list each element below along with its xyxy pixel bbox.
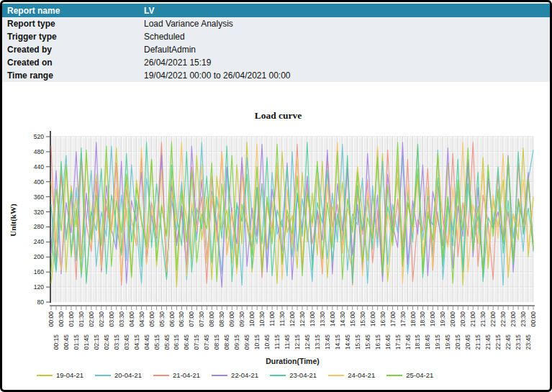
trigger-type-label: Trigger type	[2, 32, 144, 42]
created-by-value: DefaultAdmin	[144, 45, 550, 55]
svg-text:06:15: 06:15	[173, 334, 180, 350]
svg-text:23:30: 23:30	[520, 311, 527, 327]
table-row: Report type Load Variance Analysis	[2, 17, 550, 30]
svg-text:08:15: 08:15	[213, 334, 220, 350]
chart-plot-area: 8012016020024028032036040044048052000:00…	[2, 113, 552, 380]
svg-text:01:30: 01:30	[78, 311, 85, 327]
svg-text:02:00: 02:00	[88, 311, 95, 327]
svg-text:19:45: 19:45	[444, 334, 451, 350]
svg-text:09:30: 09:30	[238, 311, 245, 327]
svg-text:09:15: 09:15	[233, 334, 240, 350]
legend-label: 21-04-21	[173, 371, 200, 379]
legend-item-25-04-21: 25-04-21	[386, 371, 433, 379]
svg-text:01:15: 01:15	[73, 334, 80, 350]
svg-text:19:00: 19:00	[429, 311, 436, 327]
svg-text:20:45: 20:45	[464, 334, 471, 350]
svg-text:09:45: 09:45	[243, 334, 250, 350]
svg-text:17:30: 17:30	[399, 311, 407, 327]
svg-text:07:15: 07:15	[193, 334, 200, 350]
svg-text:19:30: 19:30	[439, 311, 446, 327]
svg-text:23:45: 23:45	[525, 334, 532, 350]
svg-text:01:00: 01:00	[68, 311, 75, 327]
svg-text:15:30: 15:30	[359, 311, 366, 327]
svg-text:09:00: 09:00	[228, 311, 235, 327]
svg-text:11:00: 11:00	[268, 311, 276, 327]
time-range-value: 19/04/2021 00:00 to 26/04/2021 00:00	[144, 70, 550, 81]
table-row: Created on 26/04/2021 15:19	[2, 56, 550, 69]
table-row: Trigger type Scheduled	[2, 30, 550, 43]
svg-text:12:30: 12:30	[299, 311, 306, 327]
svg-text:06:00: 06:00	[168, 311, 176, 327]
svg-text:21:45: 21:45	[484, 334, 492, 350]
svg-text:22:30: 22:30	[499, 311, 507, 327]
legend-swatch	[95, 375, 111, 376]
svg-text:23:15: 23:15	[515, 334, 522, 350]
svg-text:18:30: 18:30	[419, 311, 426, 327]
svg-text:12:45: 12:45	[304, 334, 311, 350]
legend-item-19-04-21: 19-04-21	[37, 371, 83, 379]
svg-text:05:45: 05:45	[163, 334, 171, 350]
svg-text:15:00: 15:00	[349, 311, 356, 327]
svg-text:12:15: 12:15	[294, 334, 301, 350]
svg-text:16:00: 16:00	[369, 311, 376, 327]
x-axis-label: Duration(Time)	[31, 357, 552, 365]
svg-text:05:00: 05:00	[148, 311, 155, 327]
svg-text:11:15: 11:15	[273, 334, 281, 350]
svg-text:10:15: 10:15	[253, 334, 261, 350]
legend-label: 19-04-21	[56, 371, 83, 379]
table-row: Time range 19/04/2021 00:00 to 26/04/202…	[2, 69, 550, 82]
svg-text:13:45: 13:45	[324, 334, 331, 350]
svg-text:02:45: 02:45	[103, 334, 110, 350]
svg-text:21:00: 21:00	[469, 311, 476, 327]
svg-text:03:15: 03:15	[113, 334, 120, 350]
svg-text:21:15: 21:15	[474, 334, 481, 350]
table-row: Created by DefaultAdmin	[2, 43, 550, 56]
svg-text:18:15: 18:15	[414, 334, 421, 350]
svg-text:11:30: 11:30	[279, 311, 286, 327]
svg-text:200: 200	[34, 253, 44, 260]
svg-text:160: 160	[34, 268, 44, 275]
svg-text:03:30: 03:30	[118, 311, 125, 327]
svg-text:00:45: 00:45	[63, 334, 70, 350]
svg-text:23:00: 23:00	[510, 311, 517, 327]
svg-text:440: 440	[34, 163, 44, 170]
legend-label: 20-04-21	[114, 371, 142, 379]
svg-text:10:30: 10:30	[258, 311, 266, 327]
svg-text:13:30: 13:30	[319, 311, 326, 327]
svg-text:400: 400	[34, 178, 44, 186]
chart-legend: 19-04-2120-04-2121-04-2122-04-2123-04-21…	[37, 371, 433, 379]
svg-text:07:45: 07:45	[203, 334, 210, 350]
svg-text:20:00: 20:00	[449, 311, 456, 327]
svg-text:00:15: 00:15	[53, 334, 60, 350]
legend-item-23-04-21: 23-04-21	[270, 371, 317, 379]
svg-text:240: 240	[34, 238, 44, 245]
svg-text:14:15: 14:15	[334, 334, 341, 350]
svg-text:120: 120	[34, 283, 44, 291]
svg-text:20:30: 20:30	[459, 311, 466, 327]
svg-text:05:15: 05:15	[153, 334, 160, 350]
svg-text:18:00: 18:00	[410, 311, 417, 327]
svg-text:13:00: 13:00	[309, 311, 316, 327]
svg-text:08:30: 08:30	[218, 311, 225, 327]
legend-swatch	[153, 375, 169, 376]
svg-text:20:15: 20:15	[454, 334, 461, 350]
svg-text:06:30: 06:30	[178, 311, 185, 327]
svg-text:07:00: 07:00	[188, 311, 195, 327]
svg-text:04:45: 04:45	[143, 334, 150, 350]
time-range-label: Time range	[2, 70, 144, 81]
svg-text:00:00: 00:00	[47, 311, 55, 327]
svg-text:17:45: 17:45	[404, 334, 412, 350]
svg-text:22:15: 22:15	[494, 334, 502, 350]
svg-text:19:15: 19:15	[434, 334, 441, 350]
created-by-label: Created by	[2, 45, 144, 55]
legend-swatch	[328, 375, 344, 376]
legend-item-20-04-21: 20-04-21	[95, 371, 142, 379]
svg-text:03:00: 03:00	[108, 311, 115, 327]
created-on-label: Created on	[2, 58, 144, 68]
svg-text:07:30: 07:30	[198, 311, 205, 327]
created-on-value: 26/04/2021 15:19	[144, 58, 550, 68]
svg-text:360: 360	[34, 193, 44, 201]
svg-text:16:30: 16:30	[379, 311, 386, 327]
svg-text:17:15: 17:15	[394, 334, 402, 350]
svg-text:02:30: 02:30	[98, 311, 105, 327]
